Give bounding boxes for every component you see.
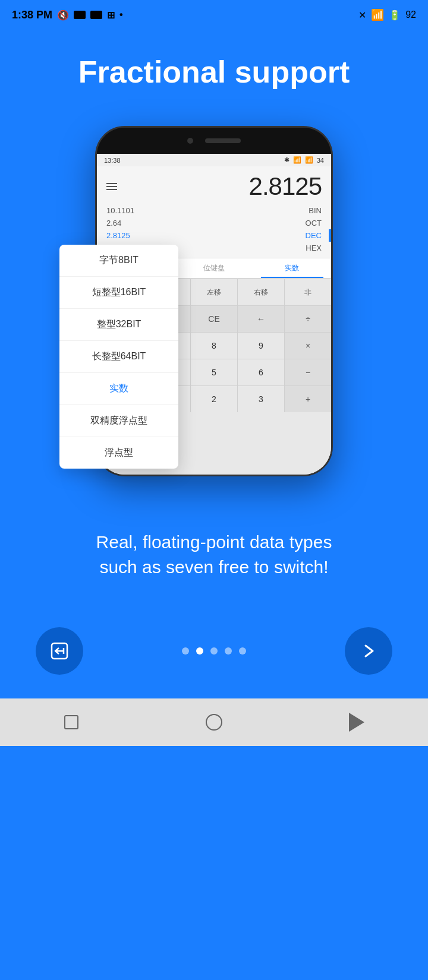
arrow-right-icon [360, 642, 377, 660]
key-fei[interactable]: 非 [285, 279, 331, 305]
dropdown-item-8bit[interactable]: 字节8BIT [59, 245, 178, 277]
dropdown-item-32bit[interactable]: 整型32BIT [59, 309, 178, 341]
phone-speaker [205, 138, 241, 143]
page-title: Fractional support [78, 53, 350, 90]
page-dots [182, 647, 246, 655]
key-9[interactable]: 9 [238, 333, 285, 359]
exit-icon [51, 642, 68, 660]
key-2[interactable]: 2 [191, 386, 238, 412]
battery-icon: 🔋 [389, 10, 401, 21]
main-content: Fractional support 13:38 ✱ 📶 📶 34 [0, 30, 428, 698]
phone-time: 13:38 [104, 157, 121, 164]
hamburger-icon [106, 183, 117, 190]
nav-home[interactable] [199, 707, 229, 737]
app-icon-1 [74, 11, 86, 19]
app-icon-2 [90, 11, 102, 19]
dropdown-item-float[interactable]: 浮点型 [59, 437, 178, 469]
display-header: 2.8125 [106, 172, 322, 201]
close-icon: ✕ [358, 10, 366, 21]
forward-button[interactable] [345, 627, 392, 675]
battery-level: 92 [405, 10, 416, 20]
dropdown-item-64bit[interactable]: 长整型64BIT [59, 341, 178, 373]
phone-container: 13:38 ✱ 📶 📶 34 [59, 126, 369, 482]
description-text: Real, floating-point data typessuch as s… [61, 530, 368, 580]
dropdown-item-16bit[interactable]: 短整型16BIT [59, 277, 178, 309]
dot-icon: • [119, 10, 123, 20]
key-subtract[interactable]: − [285, 359, 331, 385]
bottom-nav [12, 627, 416, 675]
phone-camera [187, 138, 193, 144]
phone-battery: 34 [317, 157, 324, 164]
time-display: 1:38 PM [12, 9, 52, 21]
system-nav-bar [0, 698, 428, 746]
oct-row: 2.64 OCT [106, 217, 322, 229]
dot-5 [239, 647, 246, 655]
tab-weijanjian[interactable]: 位键盘 [175, 258, 253, 278]
dot-4 [225, 647, 232, 655]
key-zuoyi[interactable]: 左移 [191, 279, 238, 305]
dot-2 [196, 647, 203, 655]
key-8[interactable]: 8 [191, 333, 238, 359]
phone-status-bar: 13:38 ✱ 📶 📶 34 [97, 154, 331, 166]
phone-notch [97, 128, 331, 154]
nav-back[interactable] [342, 707, 372, 737]
key-6[interactable]: 6 [238, 359, 285, 385]
dropdown-item-double[interactable]: 双精度浮点型 [59, 405, 178, 437]
nav-recent-apps[interactable] [56, 707, 86, 737]
phone-wifi-icon: 📶 [293, 156, 301, 164]
dropdown-item-real[interactable]: 实数 [59, 373, 178, 405]
dec-row: 2.8125 DEC [106, 229, 322, 242]
layers-icon: ⊞ [107, 10, 115, 21]
status-bar: 1:38 PM 🔇 ⊞ • ✕ 📶 🔋 92 [0, 0, 428, 30]
mute-icon: 🔇 [57, 10, 69, 21]
key-backspace[interactable]: ← [238, 306, 285, 332]
recent-apps-icon [64, 715, 78, 729]
key-3[interactable]: 3 [238, 386, 285, 412]
key-5[interactable]: 5 [191, 359, 238, 385]
phone-bt-icon: ✱ [284, 156, 289, 164]
phone-status-icons: ✱ 📶 📶 34 [284, 156, 324, 164]
back-icon [349, 713, 364, 732]
key-divide[interactable]: ÷ [285, 306, 331, 332]
dot-3 [210, 647, 218, 655]
key-multiply[interactable]: × [285, 333, 331, 359]
status-right-icons: ✕ 📶 🔋 92 [358, 8, 416, 21]
home-icon [206, 714, 222, 731]
key-youyi[interactable]: 右移 [238, 279, 285, 305]
key-ce[interactable]: CE [191, 306, 238, 332]
phone-signal-icon: 📶 [305, 156, 313, 164]
status-time: 1:38 PM 🔇 ⊞ • [12, 9, 123, 21]
wifi-icon: 📶 [371, 8, 384, 21]
main-number: 2.8125 [249, 172, 322, 201]
key-add[interactable]: + [285, 386, 331, 412]
tab-shishu[interactable]: 实数 [253, 258, 331, 278]
dropdown-menu: 字节8BIT 短整型16BIT 整型32BIT 长整型64BIT 实数 双精度浮… [59, 245, 178, 469]
back-button[interactable] [36, 627, 83, 675]
bin-row: 10.1101 BIN [106, 204, 322, 217]
dot-1 [182, 647, 189, 655]
